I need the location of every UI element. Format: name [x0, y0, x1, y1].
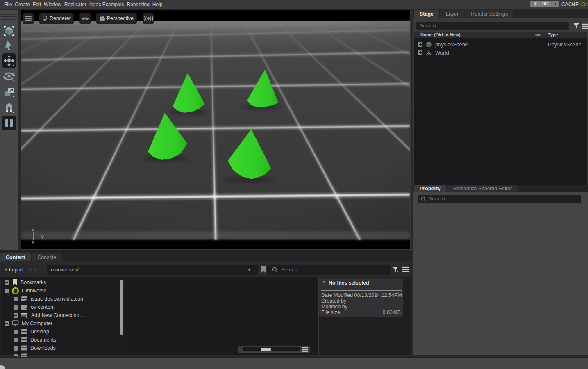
svg-text:Y: Y	[41, 235, 44, 239]
svg-text:Z: Z	[32, 227, 34, 232]
svg-text:X: X	[32, 240, 34, 245]
